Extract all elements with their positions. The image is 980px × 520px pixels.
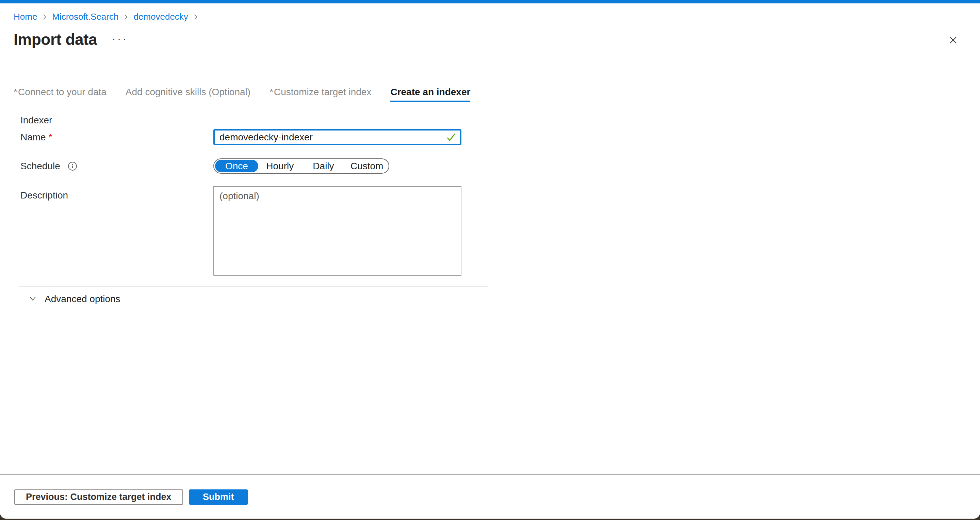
schedule-segmented-control: Once Hourly Daily Custom	[213, 159, 389, 174]
schedule-field-row: Schedule Once Hourly Daily Custom	[0, 159, 980, 174]
tab-create-an-indexer[interactable]: Create an indexer	[390, 86, 470, 102]
schedule-option-custom[interactable]: Custom	[345, 161, 388, 172]
description-textarea[interactable]	[213, 186, 461, 276]
indexer-form: Indexer Name * Schedule	[0, 114, 980, 312]
required-asterisk: *	[49, 132, 52, 143]
valid-check-icon	[445, 132, 457, 143]
page-header: Import data ···	[14, 30, 961, 49]
name-field-row: Name *	[0, 129, 980, 145]
schedule-option-daily[interactable]: Daily	[302, 161, 345, 172]
breadcrumb-link-microsoft-search[interactable]: Microsoft.Search	[52, 11, 118, 22]
advanced-options-section: Advanced options	[19, 286, 488, 312]
top-accent-bar	[0, 0, 980, 3]
submit-button[interactable]: Submit	[189, 490, 248, 505]
chevron-down-icon	[27, 293, 38, 305]
import-data-panel: Home Microsoft.Search demovedecky Import…	[0, 0, 980, 518]
name-label: Name *	[21, 129, 213, 145]
chevron-right-icon	[122, 13, 130, 21]
breadcrumb: Home Microsoft.Search demovedecky	[0, 3, 980, 22]
ellipsis-more-button[interactable]: ···	[112, 33, 128, 44]
required-asterisk: *	[269, 87, 273, 97]
advanced-options-label: Advanced options	[45, 294, 121, 304]
close-button[interactable]	[945, 33, 961, 48]
schedule-label: Schedule	[21, 159, 213, 174]
chevron-right-icon	[40, 13, 49, 21]
wizard-tabs: *Connect to your data Add cognitive skil…	[14, 86, 980, 102]
tab-add-cognitive-skills[interactable]: Add cognitive skills (Optional)	[126, 86, 250, 102]
tab-customize-target-index[interactable]: *Customize target index	[269, 86, 371, 102]
breadcrumb-link-home[interactable]: Home	[14, 11, 37, 22]
name-input-wrap	[213, 129, 461, 145]
close-icon	[948, 35, 958, 46]
previous-button[interactable]: Previous: Customize target index	[14, 490, 183, 505]
required-asterisk: *	[14, 87, 18, 97]
page-title: Import data	[14, 30, 97, 49]
section-heading-indexer: Indexer	[21, 114, 980, 126]
schedule-option-hourly[interactable]: Hourly	[258, 161, 302, 172]
wizard-footer: Previous: Customize target index Submit	[0, 474, 980, 518]
description-field-row: Description	[0, 186, 980, 276]
advanced-options-toggle[interactable]: Advanced options	[19, 287, 488, 312]
indexer-name-input[interactable]	[213, 129, 461, 145]
description-label: Description	[21, 186, 213, 201]
breadcrumb-link-demovedecky[interactable]: demovedecky	[134, 11, 188, 22]
chevron-right-icon	[192, 13, 200, 21]
info-icon[interactable]	[68, 162, 77, 171]
tab-connect-to-your-data[interactable]: *Connect to your data	[14, 86, 107, 102]
schedule-option-once[interactable]: Once	[215, 160, 258, 172]
